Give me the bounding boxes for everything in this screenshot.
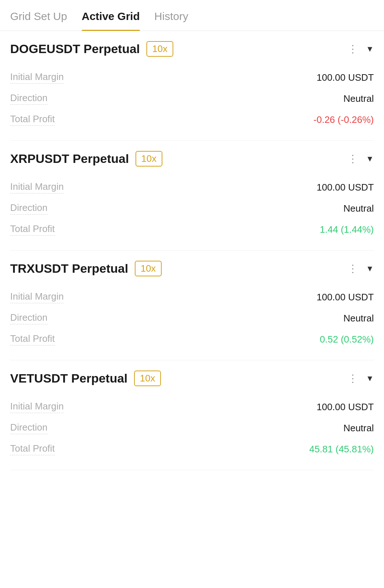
grid-item-header-trxusdt: TRXUSDT Perpetual 10x ⋮ ▼	[10, 261, 374, 276]
direction-label-dogeusdt: Direction	[10, 92, 48, 105]
more-options-icon-xrpusdt[interactable]: ⋮	[348, 153, 359, 165]
total-profit-value-trxusdt: 0.52 (0.52%)	[320, 334, 374, 345]
initial-margin-value-xrpusdt: 100.00 USDT	[316, 182, 374, 193]
grid-item-dogeusdt: DOGEUSDT Perpetual 10x ⋮ ▼ Initial Margi…	[10, 31, 374, 141]
initial-margin-row-xrpusdt: Initial Margin 100.00 USDT	[10, 177, 374, 198]
grid-title-vetusdt: VETUSDT Perpetual	[10, 371, 128, 385]
direction-label-xrpusdt: Direction	[10, 202, 48, 215]
direction-value-dogeusdt: Neutral	[343, 93, 374, 104]
more-options-icon-trxusdt[interactable]: ⋮	[348, 263, 359, 275]
grid-title-trxusdt: TRXUSDT Perpetual	[10, 261, 128, 276]
total-profit-label-dogeusdt: Total Profit	[10, 113, 55, 126]
leverage-badge-xrpusdt: 10x	[136, 151, 162, 167]
total-profit-value-xrpusdt: 1.44 (1.44%)	[320, 224, 374, 235]
direction-label-trxusdt: Direction	[10, 312, 48, 324]
grid-item-header-dogeusdt: DOGEUSDT Perpetual 10x ⋮ ▼	[10, 41, 374, 57]
initial-margin-row-trxusdt: Initial Margin 100.00 USDT	[10, 287, 374, 308]
initial-margin-value-dogeusdt: 100.00 USDT	[316, 72, 374, 83]
grid-actions-vetusdt: ⋮ ▼	[348, 372, 374, 384]
grid-item-xrpusdt: XRPUSDT Perpetual 10x ⋮ ▼ Initial Margin…	[10, 141, 374, 251]
grid-item-trxusdt: TRXUSDT Perpetual 10x ⋮ ▼ Initial Margin…	[10, 251, 374, 360]
grid-actions-dogeusdt: ⋮ ▼	[348, 43, 374, 55]
direction-value-xrpusdt: Neutral	[343, 203, 374, 214]
tab-grid-setup[interactable]: Grid Set Up	[10, 0, 67, 31]
initial-margin-label-xrpusdt: Initial Margin	[10, 181, 64, 193]
direction-row-dogeusdt: Direction Neutral	[10, 88, 374, 109]
initial-margin-row-dogeusdt: Initial Margin 100.00 USDT	[10, 67, 374, 88]
direction-label-vetusdt: Direction	[10, 422, 48, 434]
total-profit-label-vetusdt: Total Profit	[10, 443, 55, 455]
direction-row-xrpusdt: Direction Neutral	[10, 198, 374, 219]
direction-row-trxusdt: Direction Neutral	[10, 308, 374, 329]
chevron-down-icon-vetusdt[interactable]: ▼	[366, 374, 374, 383]
leverage-badge-vetusdt: 10x	[134, 371, 161, 386]
total-profit-value-vetusdt: 45.81 (45.81%)	[309, 444, 374, 455]
total-profit-row-xrpusdt: Total Profit 1.44 (1.44%)	[10, 219, 374, 240]
total-profit-label-xrpusdt: Total Profit	[10, 223, 55, 236]
grid-item-header-xrpusdt: XRPUSDT Perpetual 10x ⋮ ▼	[10, 151, 374, 167]
initial-margin-value-vetusdt: 100.00 USDT	[316, 401, 374, 413]
initial-margin-row-vetusdt: Initial Margin 100.00 USDT	[10, 396, 374, 417]
main-content: DOGEUSDT Perpetual 10x ⋮ ▼ Initial Margi…	[0, 31, 384, 470]
direction-row-vetusdt: Direction Neutral	[10, 417, 374, 439]
direction-value-trxusdt: Neutral	[343, 313, 374, 324]
grid-item-vetusdt: VETUSDT Perpetual 10x ⋮ ▼ Initial Margin…	[10, 360, 374, 470]
title-group-trxusdt: TRXUSDT Perpetual 10x	[10, 261, 162, 276]
initial-margin-label-dogeusdt: Initial Margin	[10, 71, 64, 84]
total-profit-value-dogeusdt: -0.26 (-0.26%)	[314, 114, 374, 125]
chevron-down-icon-trxusdt[interactable]: ▼	[366, 264, 374, 273]
tab-history[interactable]: History	[154, 0, 188, 31]
grid-title-xrpusdt: XRPUSDT Perpetual	[10, 152, 129, 166]
grid-item-header-vetusdt: VETUSDT Perpetual 10x ⋮ ▼	[10, 371, 374, 386]
more-options-icon-vetusdt[interactable]: ⋮	[348, 372, 359, 384]
grid-title-dogeusdt: DOGEUSDT Perpetual	[10, 42, 140, 56]
leverage-badge-trxusdt: 10x	[135, 261, 162, 276]
total-profit-row-trxusdt: Total Profit 0.52 (0.52%)	[10, 329, 374, 350]
chevron-down-icon-xrpusdt[interactable]: ▼	[366, 154, 374, 164]
initial-margin-label-trxusdt: Initial Margin	[10, 291, 64, 303]
title-group-vetusdt: VETUSDT Perpetual 10x	[10, 371, 161, 386]
initial-margin-label-vetusdt: Initial Margin	[10, 401, 64, 413]
initial-margin-value-trxusdt: 100.00 USDT	[316, 292, 374, 303]
total-profit-row-vetusdt: Total Profit 45.81 (45.81%)	[10, 439, 374, 460]
grid-actions-xrpusdt: ⋮ ▼	[348, 153, 374, 165]
chevron-down-icon-dogeusdt[interactable]: ▼	[366, 44, 374, 54]
total-profit-label-trxusdt: Total Profit	[10, 333, 55, 345]
title-group-xrpusdt: XRPUSDT Perpetual 10x	[10, 151, 162, 167]
direction-value-vetusdt: Neutral	[343, 423, 374, 434]
more-options-icon-dogeusdt[interactable]: ⋮	[348, 43, 359, 55]
tab-active-grid[interactable]: Active Grid	[82, 0, 140, 31]
grid-actions-trxusdt: ⋮ ▼	[348, 263, 374, 275]
leverage-badge-dogeusdt: 10x	[146, 41, 173, 57]
tab-bar: Grid Set UpActive GridHistory	[0, 0, 384, 31]
title-group-dogeusdt: DOGEUSDT Perpetual 10x	[10, 41, 173, 57]
total-profit-row-dogeusdt: Total Profit -0.26 (-0.26%)	[10, 109, 374, 130]
